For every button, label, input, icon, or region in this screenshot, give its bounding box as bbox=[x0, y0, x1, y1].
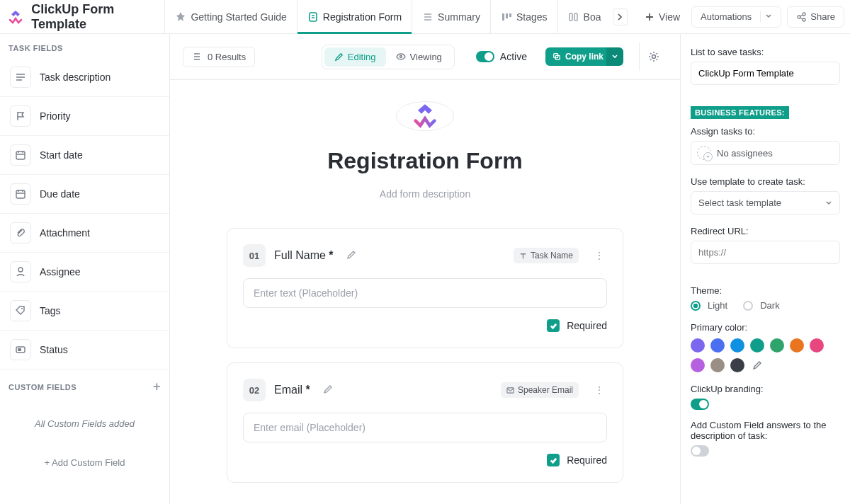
results-chip[interactable]: 0 Results bbox=[183, 47, 255, 67]
theme-label: Theme: bbox=[691, 285, 840, 296]
form-canvas: Registration Form Add form description 0… bbox=[170, 80, 680, 504]
fields-sidebar: TASK FIELDS Task description Priority St… bbox=[0, 34, 170, 504]
add-custom-field-button[interactable]: + Add Custom Field bbox=[0, 436, 169, 489]
email-icon bbox=[506, 386, 514, 394]
calendar-icon bbox=[10, 144, 31, 166]
branding-toggle[interactable] bbox=[691, 399, 709, 410]
gear-icon bbox=[647, 50, 660, 63]
svg-point-18 bbox=[652, 55, 655, 59]
center-column: 0 Results Editing Viewing Active bbox=[170, 34, 680, 504]
edit-label-button[interactable] bbox=[323, 384, 333, 396]
form-description-placeholder[interactable]: Add form description bbox=[380, 188, 470, 200]
tab-registration-form[interactable]: Registration Form bbox=[297, 0, 412, 34]
question-menu-button[interactable]: ⋮ bbox=[591, 384, 607, 396]
color-swatch[interactable] bbox=[730, 358, 744, 372]
editing-mode-button[interactable]: Editing bbox=[324, 47, 386, 67]
tab-getting-started[interactable]: Getting Started Guide bbox=[164, 0, 296, 34]
color-swatch[interactable] bbox=[730, 338, 744, 353]
svg-rect-9 bbox=[16, 151, 25, 159]
field-priority[interactable]: Priority bbox=[0, 97, 169, 136]
svg-rect-1 bbox=[502, 13, 504, 21]
color-swatch[interactable] bbox=[790, 338, 804, 353]
required-label: Required bbox=[567, 454, 607, 466]
active-toggle[interactable] bbox=[476, 51, 494, 62]
question-card-1[interactable]: 01 Full Name * Task Name ⋮ bbox=[227, 228, 623, 348]
list-to-save-input[interactable] bbox=[691, 62, 840, 85]
color-swatch[interactable] bbox=[691, 358, 705, 372]
settings-panel: List to save tasks: BUSINESS FEATURES: A… bbox=[680, 34, 850, 504]
pin-icon bbox=[175, 11, 186, 23]
field-assignee[interactable]: Assignee bbox=[0, 253, 169, 292]
clickup-logo-icon bbox=[7, 8, 24, 25]
svg-rect-5 bbox=[574, 13, 577, 21]
add-custom-field-plus-icon[interactable]: + bbox=[153, 379, 161, 394]
redirect-url-label: Redirect URL: bbox=[691, 226, 840, 236]
task-fields-header: TASK FIELDS bbox=[0, 34, 169, 58]
svg-point-11 bbox=[18, 268, 23, 272]
full-name-input[interactable] bbox=[243, 278, 607, 308]
question-menu-button[interactable]: ⋮ bbox=[591, 250, 607, 261]
add-view-button[interactable]: View bbox=[636, 11, 688, 23]
assignee-selector[interactable]: No assignees bbox=[691, 141, 840, 165]
chevron-down-icon bbox=[825, 200, 832, 207]
share-button[interactable]: Share bbox=[787, 6, 844, 28]
template-label: Use template to create task: bbox=[691, 176, 840, 187]
field-start-date[interactable]: Start date bbox=[0, 136, 169, 175]
color-swatch[interactable] bbox=[691, 338, 705, 353]
field-due-date[interactable]: Due date bbox=[0, 175, 169, 214]
svg-rect-0 bbox=[310, 13, 317, 21]
color-swatch[interactable] bbox=[710, 358, 725, 372]
form-logo[interactable] bbox=[396, 101, 454, 131]
list-icon bbox=[192, 52, 202, 62]
field-task-description[interactable]: Task description bbox=[0, 58, 169, 97]
settings-gear-button[interactable] bbox=[639, 42, 667, 71]
form-title[interactable]: Registration Form bbox=[327, 148, 523, 174]
text-icon bbox=[519, 252, 527, 260]
field-tags[interactable]: Tags bbox=[0, 292, 169, 331]
custom-answers-toggle[interactable] bbox=[691, 445, 709, 457]
app-logo bbox=[6, 6, 26, 28]
color-swatch[interactable] bbox=[710, 338, 725, 353]
required-label: Required bbox=[567, 320, 607, 331]
copy-link-dropdown[interactable] bbox=[606, 47, 623, 66]
field-type-badge: Speaker Email bbox=[501, 382, 579, 398]
task-template-select[interactable]: Select task template bbox=[691, 191, 840, 214]
paperclip-icon bbox=[10, 222, 31, 244]
viewing-mode-button[interactable]: Viewing bbox=[386, 47, 452, 67]
color-swatch[interactable] bbox=[750, 338, 764, 353]
copy-link-button[interactable]: Copy link bbox=[545, 47, 611, 66]
pencil-icon bbox=[323, 384, 333, 394]
automations-button[interactable]: Automations bbox=[691, 6, 781, 28]
tab-stages[interactable]: Stages bbox=[490, 0, 557, 34]
question-label[interactable]: Full Name * bbox=[274, 249, 334, 262]
color-swatch[interactable] bbox=[810, 338, 824, 353]
form-pin-icon bbox=[307, 11, 319, 23]
svg-rect-10 bbox=[16, 190, 25, 198]
calendar-icon bbox=[10, 183, 31, 205]
field-attachment[interactable]: Attachment bbox=[0, 214, 169, 253]
custom-fields-empty-text: All Custom Fields added bbox=[0, 397, 169, 436]
tab-summary[interactable]: Summary bbox=[412, 0, 490, 34]
redirect-url-input[interactable] bbox=[691, 241, 840, 264]
email-input[interactable] bbox=[243, 413, 607, 442]
tab-board-partial[interactable]: Boa bbox=[557, 0, 604, 34]
edit-label-button[interactable] bbox=[346, 250, 356, 262]
eye-icon bbox=[396, 52, 406, 62]
question-card-2[interactable]: 02 Email * Speaker Email ⋮ bbox=[227, 362, 623, 483]
list-to-save-label: List to save tasks: bbox=[691, 47, 840, 57]
field-status[interactable]: Status bbox=[0, 331, 169, 370]
svg-point-15 bbox=[400, 56, 402, 58]
color-swatch[interactable] bbox=[770, 338, 784, 353]
assign-tasks-label: Assign tasks to: bbox=[691, 126, 840, 137]
board-icon bbox=[501, 11, 512, 23]
required-checkbox[interactable] bbox=[547, 454, 560, 466]
theme-light-radio[interactable] bbox=[691, 301, 701, 311]
copy-icon bbox=[552, 52, 561, 61]
page-title: ClickUp Form Template bbox=[31, 2, 156, 32]
required-checkbox[interactable] bbox=[547, 319, 560, 332]
question-number: 02 bbox=[243, 379, 266, 401]
theme-dark-radio[interactable] bbox=[743, 301, 753, 311]
tabs-next-button[interactable] bbox=[613, 8, 628, 25]
question-label[interactable]: Email * bbox=[274, 384, 310, 396]
color-picker-button[interactable] bbox=[750, 358, 764, 372]
